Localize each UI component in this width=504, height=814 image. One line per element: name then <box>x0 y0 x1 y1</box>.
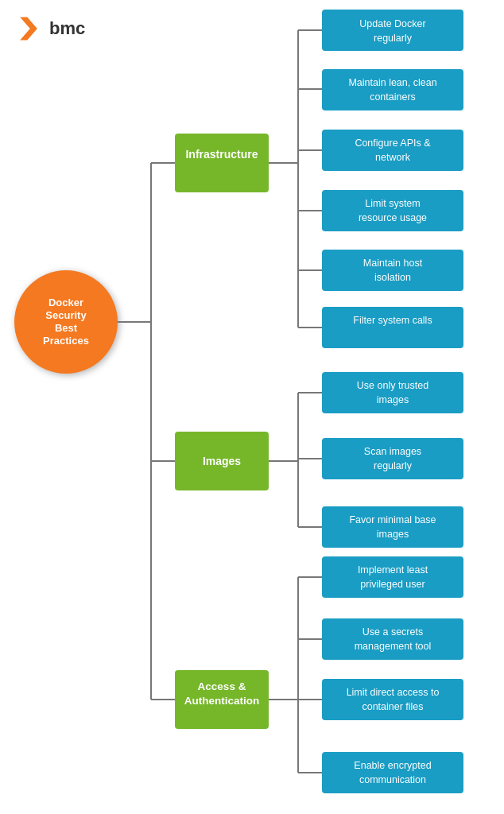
svg-rect-21 <box>322 10 463 51</box>
svg-text:Limit system: Limit system <box>365 198 420 209</box>
svg-rect-66 <box>322 618 463 660</box>
svg-rect-11 <box>175 134 269 192</box>
svg-rect-36 <box>322 307 463 348</box>
main-container: bmc Docker Security Best Practices Infra… <box>0 0 504 814</box>
svg-text:Access &: Access & <box>198 680 246 692</box>
svg-rect-63 <box>322 556 463 598</box>
svg-rect-72 <box>322 752 463 793</box>
svg-rect-48 <box>322 438 463 479</box>
svg-text:Images: Images <box>203 455 241 467</box>
svg-text:Authentication: Authentication <box>184 695 260 707</box>
svg-text:Enable encrypted: Enable encrypted <box>354 760 431 771</box>
svg-text:images: images <box>377 394 409 405</box>
svg-text:Use a secrets: Use a secrets <box>362 626 423 638</box>
svg-text:containers: containers <box>370 91 416 103</box>
svg-rect-33 <box>322 250 463 291</box>
svg-text:Best: Best <box>55 322 78 334</box>
svg-rect-45 <box>322 372 463 413</box>
svg-text:management tool: management tool <box>355 641 432 652</box>
svg-text:Favor minimal base: Favor minimal base <box>349 514 436 525</box>
svg-text:Configure APIs &: Configure APIs & <box>355 138 431 149</box>
svg-text:resource usage: resource usage <box>359 212 427 223</box>
svg-text:Maintain lean, clean: Maintain lean, clean <box>348 77 436 88</box>
svg-text:network: network <box>375 152 411 163</box>
svg-text:Filter system calls: Filter system calls <box>353 315 432 326</box>
svg-text:regularly: regularly <box>374 33 413 44</box>
svg-text:Limit direct access to: Limit direct access to <box>347 687 440 698</box>
svg-text:Implement least: Implement least <box>358 564 428 576</box>
svg-rect-30 <box>322 190 463 231</box>
svg-text:Use only trusted: Use only trusted <box>357 380 428 391</box>
svg-rect-51 <box>322 506 463 548</box>
svg-text:images: images <box>377 529 409 540</box>
svg-text:Infrastructure: Infrastructure <box>185 148 258 161</box>
svg-text:Docker: Docker <box>48 297 83 308</box>
svg-text:container files: container files <box>362 701 423 712</box>
svg-text:Practices: Practices <box>43 335 89 347</box>
svg-text:Update Docker: Update Docker <box>359 18 425 29</box>
svg-text:Scan images: Scan images <box>364 446 421 457</box>
svg-rect-24 <box>322 69 463 110</box>
svg-text:Security: Security <box>45 309 87 321</box>
diagram-svg: Docker Security Best Practices Infrastru… <box>0 0 504 814</box>
svg-rect-69 <box>322 679 463 720</box>
svg-text:privileged user: privileged user <box>360 579 425 590</box>
svg-text:isolation: isolation <box>374 272 411 283</box>
svg-text:regularly: regularly <box>374 460 413 471</box>
svg-text:communication: communication <box>359 774 426 785</box>
svg-text:Maintain host: Maintain host <box>363 258 423 269</box>
svg-rect-27 <box>322 130 463 171</box>
